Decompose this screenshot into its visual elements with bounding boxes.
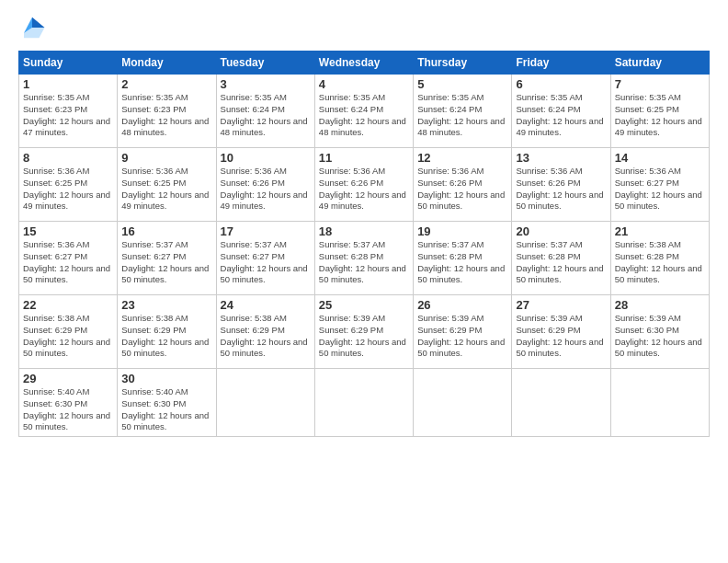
day-cell: 15Sunrise: 5:36 AMSunset: 6:27 PMDayligh… xyxy=(19,222,118,295)
day-number: 29 xyxy=(23,372,113,385)
day-number: 12 xyxy=(417,151,507,165)
day-cell: 29Sunrise: 5:40 AMSunset: 6:30 PMDayligh… xyxy=(19,369,118,437)
day-number: 15 xyxy=(23,224,113,238)
day-info: Sunrise: 5:38 AMSunset: 6:29 PMDaylight:… xyxy=(23,313,113,360)
day-info: Sunrise: 5:36 AMSunset: 6:26 PMDaylight:… xyxy=(516,166,606,213)
day-number: 5 xyxy=(417,77,507,91)
day-cell: 20Sunrise: 5:37 AMSunset: 6:28 PMDayligh… xyxy=(512,222,610,295)
day-cell: 7Sunrise: 5:35 AMSunset: 6:25 PMDaylight… xyxy=(610,75,709,148)
day-info: Sunrise: 5:35 AMSunset: 6:24 PMDaylight:… xyxy=(319,92,409,139)
day-info: Sunrise: 5:39 AMSunset: 6:29 PMDaylight:… xyxy=(417,313,507,360)
weekday-header-thursday: Thursday xyxy=(414,52,512,75)
day-cell: 4Sunrise: 5:35 AMSunset: 6:24 PMDaylight… xyxy=(314,75,413,148)
day-number: 30 xyxy=(121,372,211,385)
weekday-header-saturday: Saturday xyxy=(610,52,709,75)
day-info: Sunrise: 5:37 AMSunset: 6:27 PMDaylight:… xyxy=(221,239,311,286)
day-number: 25 xyxy=(319,298,409,312)
day-cell: 19Sunrise: 5:37 AMSunset: 6:28 PMDayligh… xyxy=(414,222,512,295)
day-info: Sunrise: 5:35 AMSunset: 6:24 PMDaylight:… xyxy=(417,92,507,139)
weekday-header-friday: Friday xyxy=(512,52,610,75)
day-number: 9 xyxy=(121,151,211,165)
day-number: 16 xyxy=(121,224,211,238)
day-info: Sunrise: 5:37 AMSunset: 6:28 PMDaylight:… xyxy=(319,239,409,286)
day-cell: 22Sunrise: 5:38 AMSunset: 6:29 PMDayligh… xyxy=(19,295,118,369)
day-info: Sunrise: 5:36 AMSunset: 6:25 PMDaylight:… xyxy=(121,166,211,213)
day-info: Sunrise: 5:39 AMSunset: 6:29 PMDaylight:… xyxy=(516,313,606,360)
day-info: Sunrise: 5:36 AMSunset: 6:25 PMDaylight:… xyxy=(23,166,113,213)
day-info: Sunrise: 5:38 AMSunset: 6:29 PMDaylight:… xyxy=(121,313,211,360)
day-cell: 26Sunrise: 5:39 AMSunset: 6:29 PMDayligh… xyxy=(414,295,512,369)
day-info: Sunrise: 5:35 AMSunset: 6:23 PMDaylight:… xyxy=(121,92,211,139)
day-info: Sunrise: 5:39 AMSunset: 6:30 PMDaylight:… xyxy=(615,313,705,360)
day-cell: 30Sunrise: 5:40 AMSunset: 6:30 PMDayligh… xyxy=(118,369,216,437)
day-cell: 9Sunrise: 5:36 AMSunset: 6:25 PMDaylight… xyxy=(118,148,216,222)
week-row-3: 15Sunrise: 5:36 AMSunset: 6:27 PMDayligh… xyxy=(19,222,710,295)
day-info: Sunrise: 5:36 AMSunset: 6:26 PMDaylight:… xyxy=(319,166,409,213)
week-row-4: 22Sunrise: 5:38 AMSunset: 6:29 PMDayligh… xyxy=(19,295,710,369)
weekday-header-monday: Monday xyxy=(118,52,216,75)
day-number: 7 xyxy=(615,77,705,91)
day-cell: 6Sunrise: 5:35 AMSunset: 6:24 PMDaylight… xyxy=(512,75,610,148)
day-number: 8 xyxy=(23,151,113,165)
day-number: 23 xyxy=(121,298,211,312)
weekday-header-wednesday: Wednesday xyxy=(314,52,413,75)
day-info: Sunrise: 5:37 AMSunset: 6:28 PMDaylight:… xyxy=(516,239,606,286)
header xyxy=(18,14,710,41)
day-cell: 2Sunrise: 5:35 AMSunset: 6:23 PMDaylight… xyxy=(118,75,216,148)
week-row-5: 29Sunrise: 5:40 AMSunset: 6:30 PMDayligh… xyxy=(19,369,710,437)
day-cell: 1Sunrise: 5:35 AMSunset: 6:23 PMDaylight… xyxy=(19,75,118,148)
day-cell: 27Sunrise: 5:39 AMSunset: 6:29 PMDayligh… xyxy=(512,295,610,369)
day-info: Sunrise: 5:35 AMSunset: 6:24 PMDaylight:… xyxy=(221,92,311,139)
day-number: 20 xyxy=(516,224,606,238)
day-info: Sunrise: 5:40 AMSunset: 6:30 PMDaylight:… xyxy=(121,386,211,433)
svg-marker-0 xyxy=(32,17,45,28)
day-cell: 28Sunrise: 5:39 AMSunset: 6:30 PMDayligh… xyxy=(610,295,709,369)
day-number: 14 xyxy=(615,151,705,165)
day-info: Sunrise: 5:35 AMSunset: 6:24 PMDaylight:… xyxy=(516,92,606,139)
day-cell: 3Sunrise: 5:35 AMSunset: 6:24 PMDaylight… xyxy=(216,75,314,148)
day-number: 2 xyxy=(121,77,211,91)
day-cell: 14Sunrise: 5:36 AMSunset: 6:27 PMDayligh… xyxy=(610,148,709,222)
day-cell xyxy=(610,369,709,437)
day-info: Sunrise: 5:38 AMSunset: 6:28 PMDaylight:… xyxy=(615,239,705,286)
day-cell: 23Sunrise: 5:38 AMSunset: 6:29 PMDayligh… xyxy=(118,295,216,369)
day-cell: 18Sunrise: 5:37 AMSunset: 6:28 PMDayligh… xyxy=(314,222,413,295)
day-cell: 21Sunrise: 5:38 AMSunset: 6:28 PMDayligh… xyxy=(610,222,709,295)
day-number: 19 xyxy=(417,224,507,238)
logo xyxy=(18,14,50,41)
day-number: 3 xyxy=(221,77,311,91)
day-info: Sunrise: 5:36 AMSunset: 6:26 PMDaylight:… xyxy=(221,166,311,213)
day-info: Sunrise: 5:37 AMSunset: 6:27 PMDaylight:… xyxy=(121,239,211,286)
day-number: 6 xyxy=(516,77,606,91)
week-row-2: 8Sunrise: 5:36 AMSunset: 6:25 PMDaylight… xyxy=(19,148,710,222)
day-info: Sunrise: 5:36 AMSunset: 6:26 PMDaylight:… xyxy=(417,166,507,213)
day-cell xyxy=(512,369,610,437)
day-number: 26 xyxy=(417,298,507,312)
day-cell: 25Sunrise: 5:39 AMSunset: 6:29 PMDayligh… xyxy=(314,295,413,369)
day-info: Sunrise: 5:40 AMSunset: 6:30 PMDaylight:… xyxy=(23,386,113,433)
day-cell xyxy=(414,369,512,437)
day-cell xyxy=(216,369,314,437)
day-number: 28 xyxy=(615,298,705,312)
day-info: Sunrise: 5:36 AMSunset: 6:27 PMDaylight:… xyxy=(615,166,705,213)
weekday-header-row: SundayMondayTuesdayWednesdayThursdayFrid… xyxy=(19,52,710,75)
day-info: Sunrise: 5:39 AMSunset: 6:29 PMDaylight:… xyxy=(319,313,409,360)
day-number: 1 xyxy=(23,77,113,91)
day-cell: 16Sunrise: 5:37 AMSunset: 6:27 PMDayligh… xyxy=(118,222,216,295)
day-number: 22 xyxy=(23,298,113,312)
day-cell: 12Sunrise: 5:36 AMSunset: 6:26 PMDayligh… xyxy=(414,148,512,222)
day-number: 10 xyxy=(221,151,311,165)
day-number: 13 xyxy=(516,151,606,165)
day-cell: 10Sunrise: 5:36 AMSunset: 6:26 PMDayligh… xyxy=(216,148,314,222)
day-info: Sunrise: 5:35 AMSunset: 6:25 PMDaylight:… xyxy=(615,92,705,139)
day-cell: 5Sunrise: 5:35 AMSunset: 6:24 PMDaylight… xyxy=(414,75,512,148)
day-cell: 11Sunrise: 5:36 AMSunset: 6:26 PMDayligh… xyxy=(314,148,413,222)
page: SundayMondayTuesdayWednesdayThursdayFrid… xyxy=(0,0,728,563)
logo-icon xyxy=(18,14,46,41)
calendar: SundayMondayTuesdayWednesdayThursdayFrid… xyxy=(18,51,710,437)
day-number: 21 xyxy=(615,224,705,238)
day-info: Sunrise: 5:38 AMSunset: 6:29 PMDaylight:… xyxy=(221,313,311,360)
weekday-header-sunday: Sunday xyxy=(19,52,118,75)
weekday-header-tuesday: Tuesday xyxy=(216,52,314,75)
day-cell: 24Sunrise: 5:38 AMSunset: 6:29 PMDayligh… xyxy=(216,295,314,369)
